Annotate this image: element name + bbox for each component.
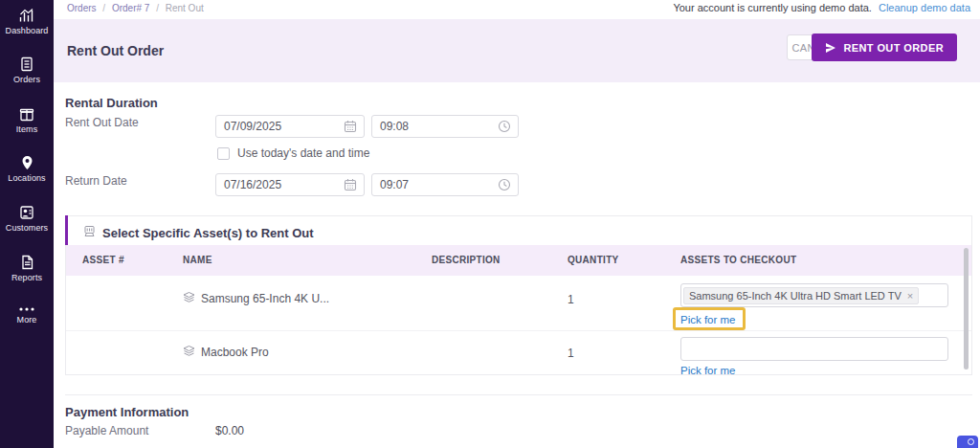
section-accent-bar	[65, 215, 68, 245]
reports-icon	[20, 255, 34, 270]
rent-out-order-button[interactable]: RENT OUT ORDER	[812, 34, 957, 61]
locations-icon	[20, 155, 34, 170]
sidebar-item-label: Customers	[6, 223, 48, 233]
breadcrumb-separator: /	[102, 3, 105, 13]
table-row: Macbook Pro 1 Pick for me	[66, 330, 971, 376]
sidebar-item-locations[interactable]: Locations	[0, 155, 54, 183]
sidebar-item-reports[interactable]: Reports	[0, 255, 54, 282]
sidebar-item-label: Orders	[13, 75, 40, 84]
rent-out-time-value: 09:08	[380, 120, 409, 133]
use-today-row: Use today's date and time	[217, 146, 369, 160]
select-assets-heading: Select Specific Asset(s) to Rent Out	[83, 224, 314, 241]
col-quantity: QUANTITY	[568, 255, 619, 265]
breadcrumb-orders[interactable]: Orders	[67, 3, 97, 13]
sidebar-item-dashboard[interactable]: Dashboard	[0, 8, 54, 35]
breadcrumb-separator: /	[156, 3, 159, 13]
orders-icon	[19, 56, 34, 72]
calendar-icon[interactable]	[344, 120, 357, 136]
scan-icon	[83, 224, 96, 241]
chat-widget-button[interactable]	[957, 436, 978, 448]
layers-icon	[183, 291, 195, 306]
col-name: NAME	[183, 255, 212, 265]
page-title: Rent Out Order	[67, 43, 164, 58]
more-icon	[18, 306, 35, 312]
quantity-cell: 1	[568, 293, 574, 306]
items-icon	[19, 106, 34, 122]
pick-for-me-link[interactable]: Pick for me	[680, 365, 736, 376]
clock-icon[interactable]	[498, 178, 511, 194]
sidebar-item-label: Dashboard	[6, 26, 49, 35]
dashboard-icon	[19, 8, 34, 23]
layers-icon	[183, 345, 195, 360]
return-date-label: Return Date	[65, 174, 127, 188]
asset-name: Samsung 65-Inch 4K U...	[201, 292, 329, 305]
rent-out-order-label: RENT OUT ORDER	[843, 42, 944, 54]
sidebar-item-items[interactable]: Items	[0, 106, 54, 134]
sidebar-item-label: Locations	[8, 173, 45, 183]
use-today-checkbox[interactable]	[217, 147, 230, 160]
return-time-input[interactable]: 09:07	[371, 173, 519, 196]
clock-icon[interactable]	[498, 120, 511, 136]
breadcrumb: Orders / Order# 7 / Rent Out	[67, 3, 204, 13]
rental-duration-heading: Rental Duration	[65, 96, 158, 110]
section-divider	[65, 394, 972, 395]
sidebar-item-customers[interactable]: Customers	[0, 205, 54, 233]
return-time-value: 09:07	[380, 178, 409, 191]
demo-data-notice: Your account is currently using demo dat…	[673, 2, 970, 13]
breadcrumb-rent-out: Rent Out	[166, 3, 204, 13]
calendar-icon[interactable]	[344, 178, 357, 194]
sidebar-item-label: Reports	[11, 273, 42, 282]
customers-icon	[19, 205, 34, 220]
send-icon	[825, 42, 836, 54]
close-icon[interactable]: ×	[907, 290, 913, 302]
gear-icon	[968, 438, 974, 445]
pick-for-me-link[interactable]: Pick for me	[680, 314, 736, 325]
page-header: Rent Out Order CANCEL RENT OUT ORDER	[54, 19, 980, 82]
rent-out-date-label: Rent Out Date	[65, 116, 139, 129]
select-assets-card: Select Specific Asset(s) to Rent Out ASS…	[65, 215, 972, 375]
assets-to-checkout-input[interactable]	[680, 337, 948, 361]
col-assets-to-checkout: ASSETS TO CHECKOUT	[680, 255, 796, 265]
return-date-value: 07/16/2025	[224, 178, 281, 191]
table-row: Samsung 65-Inch 4K U... 1 Samsung 65-Inc…	[66, 276, 971, 330]
asset-name-cell: Macbook Pro	[183, 345, 269, 360]
sidebar-item-label: More	[17, 315, 37, 325]
use-today-label: Use today's date and time	[237, 146, 369, 160]
quantity-cell: 1	[568, 347, 574, 360]
assets-to-checkout-input[interactable]: Samsung 65-Inch 4K Ultra HD Smart LED TV…	[680, 283, 948, 307]
rent-out-date-input[interactable]: 07/09/2025	[215, 115, 365, 138]
sidebar-item-label: Items	[16, 124, 38, 134]
cleanup-demo-data-link[interactable]: Cleanup demo data	[879, 2, 970, 13]
col-asset-number: ASSET #	[82, 255, 124, 265]
sidebar-item-more[interactable]: More	[0, 306, 54, 325]
vertical-scrollbar[interactable]	[964, 248, 969, 370]
selected-asset-tag: Samsung 65-Inch 4K Ultra HD Smart LED TV…	[683, 287, 919, 304]
col-description: DESCRIPTION	[432, 255, 501, 265]
sidebar-item-orders[interactable]: Orders	[0, 56, 54, 84]
sidebar: DashboardOrdersItemsLocationsCustomersRe…	[0, 0, 54, 448]
return-date-input[interactable]: 07/16/2025	[215, 173, 365, 196]
select-assets-title: Select Specific Asset(s) to Rent Out	[102, 226, 314, 240]
topbar: Orders / Order# 7 / Rent Out Your accoun…	[54, 0, 980, 19]
asset-name: Macbook Pro	[201, 346, 269, 359]
rent-out-time-input[interactable]: 09:08	[371, 115, 519, 138]
payable-amount-value: $0.00	[215, 424, 244, 437]
payment-information-heading: Payment Information	[65, 405, 189, 419]
demo-notice-text: Your account is currently using demo dat…	[673, 2, 872, 13]
breadcrumb-order-7[interactable]: Order# 7	[112, 3, 149, 13]
selected-asset-label: Samsung 65-Inch 4K Ultra HD Smart LED TV	[689, 290, 902, 302]
payable-amount-label: Payable Amount	[65, 424, 148, 437]
rent-out-date-value: 07/09/2025	[224, 120, 281, 133]
assets-table-header: ASSET # NAME DESCRIPTION QUANTITY ASSETS…	[66, 245, 971, 276]
asset-name-cell: Samsung 65-Inch 4K U...	[183, 291, 329, 306]
